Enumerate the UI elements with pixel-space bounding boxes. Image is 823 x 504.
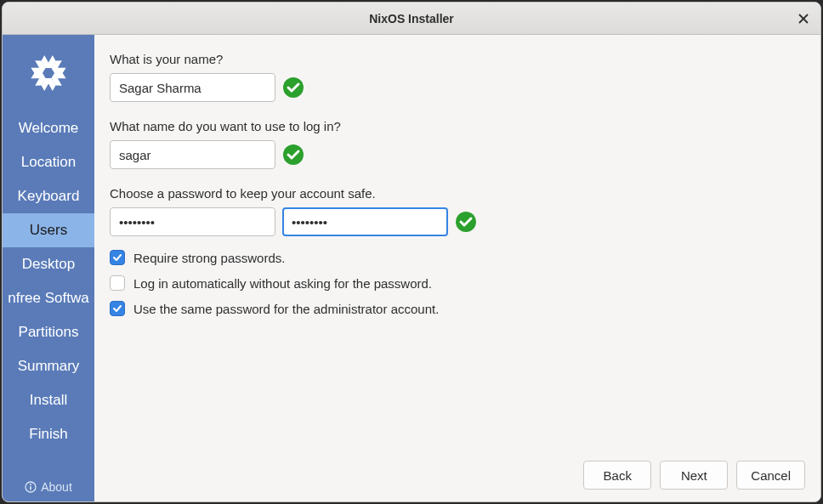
full-name-row — [110, 73, 805, 102]
autologin-row: Log in automatically without asking for … — [110, 275, 805, 291]
sidebar: Welcome Location Keyboard Users Desktop … — [3, 35, 94, 501]
sidebar-item-welcome[interactable]: Welcome — [3, 111, 94, 145]
checkmark-icon — [111, 252, 123, 263]
sidebar-item-keyboard[interactable]: Keyboard — [3, 179, 94, 213]
sidebar-item-users[interactable]: Users — [3, 213, 94, 247]
window-content: Welcome Location Keyboard Users Desktop … — [3, 35, 820, 501]
about-link[interactable]: About — [3, 473, 94, 501]
info-icon — [25, 481, 37, 493]
next-button[interactable]: Next — [660, 461, 728, 490]
full-name-label: What is your name? — [110, 52, 805, 66]
window-title: NixOS Installer — [369, 12, 454, 25]
cancel-button[interactable]: Cancel — [736, 461, 805, 490]
strong-pw-checkbox[interactable] — [110, 250, 125, 265]
svg-point-1 — [30, 484, 31, 485]
sidebar-item-summary[interactable]: Summary — [3, 349, 94, 383]
admin-pw-checkbox[interactable] — [110, 301, 125, 316]
admin-pw-label: Use the same password for the administra… — [133, 302, 439, 316]
sidebar-item-location[interactable]: Location — [3, 145, 94, 179]
password-input[interactable] — [110, 207, 275, 236]
sidebar-item-software[interactable]: nfree Softwa — [3, 281, 94, 315]
svg-rect-2 — [30, 486, 31, 490]
sidebar-item-install[interactable]: Install — [3, 383, 94, 417]
close-icon — [798, 14, 809, 24]
valid-check-icon — [282, 76, 304, 99]
password-confirm-input[interactable] — [282, 207, 448, 236]
login-name-label: What name do you want to use to log in? — [110, 119, 805, 133]
password-label: Choose a password to keep your account s… — [110, 186, 805, 201]
about-label: About — [41, 480, 72, 494]
password-row — [110, 207, 805, 236]
footer-buttons: Back Next Cancel — [583, 461, 805, 490]
strong-pw-label: Require strong passwords. — [133, 251, 285, 265]
full-name-input[interactable] — [110, 73, 275, 102]
sidebar-item-partitions[interactable]: Partitions — [3, 315, 94, 349]
admin-pw-row: Use the same password for the administra… — [110, 301, 805, 316]
nixos-logo — [3, 35, 94, 111]
sidebar-item-finish[interactable]: Finish — [3, 417, 94, 451]
users-form: What is your name? What name do you want… — [110, 52, 805, 326]
valid-check-icon — [282, 144, 304, 166]
login-name-row — [110, 140, 805, 169]
snowflake-icon — [23, 48, 74, 99]
installer-window: NixOS Installer — [2, 2, 821, 502]
autologin-checkbox[interactable] — [110, 275, 125, 291]
autologin-label: Log in automatically without asking for … — [133, 276, 432, 291]
main-panel: What is your name? What name do you want… — [94, 35, 820, 501]
valid-check-icon — [455, 211, 477, 233]
back-button[interactable]: Back — [583, 461, 651, 490]
titlebar: NixOS Installer — [3, 3, 820, 35]
login-name-input[interactable] — [110, 140, 275, 169]
sidebar-item-desktop[interactable]: Desktop — [3, 247, 94, 281]
close-button[interactable] — [795, 10, 812, 27]
checkmark-icon — [111, 303, 123, 314]
strong-pw-row: Require strong passwords. — [110, 250, 805, 265]
